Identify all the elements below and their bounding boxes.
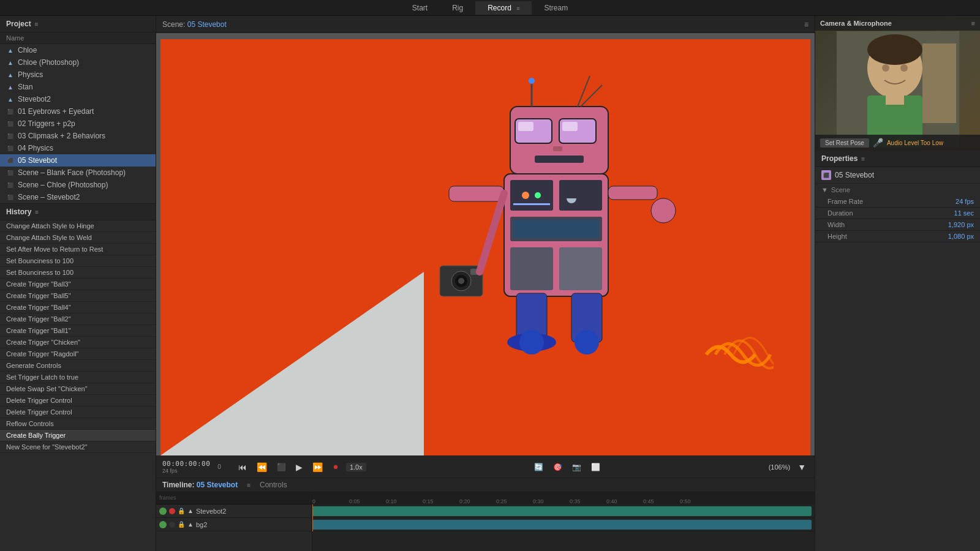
fullscreen-btn[interactable]: 📷 xyxy=(570,462,584,473)
loop-btn[interactable]: 🔄 xyxy=(532,462,546,473)
svg-line-29 xyxy=(480,193,504,272)
track-labels-container: 🔒▲Stevebot2🔒▲bg2 xyxy=(156,504,312,531)
track-name-1: bg2 xyxy=(196,521,207,528)
history-item[interactable]: New Scene for "Stevebot2" xyxy=(0,441,156,453)
frames-label: frames xyxy=(156,492,312,504)
track-visibility-icon-1[interactable] xyxy=(159,521,167,528)
prop-label: Frame Rate xyxy=(827,198,956,205)
history-item[interactable]: Create Trigger "Ball1" xyxy=(0,325,156,337)
history-item[interactable]: Change Attach Style to Weld xyxy=(0,232,156,244)
track-name-0: Stevebot2 xyxy=(196,508,227,515)
time-display: 00:00:00:00 xyxy=(162,460,210,468)
properties-title: Properties xyxy=(821,154,858,163)
timeline-menu-icon[interactable]: ≡ xyxy=(247,482,251,489)
timeline-area: Timeline: 05 Stevebot ≡ Controls frames … xyxy=(156,478,815,551)
timeline-title: Timeline: 05 Stevebot xyxy=(162,481,238,489)
zoom-dropdown-btn[interactable]: ▼ xyxy=(795,461,809,473)
tab-stream[interactable]: Stream xyxy=(532,1,580,15)
sync-btn[interactable]: 🎯 xyxy=(551,462,565,473)
history-title: History xyxy=(6,208,31,216)
puppet-name-row: ⬛ 05 Stevebot xyxy=(815,167,980,184)
history-item[interactable]: Set Trigger Latch to true xyxy=(0,372,156,383)
project-item-scene-03[interactable]: 03 Clipmask + 2 Behaviors xyxy=(0,130,156,142)
top-nav: Start Rig Record ≡ Stream xyxy=(0,0,980,16)
svg-rect-1 xyxy=(510,180,553,211)
history-item[interactable]: Create Trigger "Chicken" xyxy=(0,337,156,348)
svg-rect-4 xyxy=(510,247,553,290)
project-item-label: Stevebot2 xyxy=(18,95,51,103)
view-btn[interactable]: ⬜ xyxy=(589,462,603,473)
project-item-scene-02[interactable]: 02 Triggers + p2p xyxy=(0,118,156,130)
history-item[interactable]: Set Bounciness to 100 xyxy=(0,267,156,279)
history-item[interactable]: Create Trigger "Ball3" xyxy=(0,279,156,290)
props-rows-container: Frame Rate24 fpsDuration11 secWidth1,920… xyxy=(815,196,980,242)
svg-rect-42 xyxy=(886,92,904,105)
rest-pose-btn[interactable]: Set Rest Pose xyxy=(820,138,869,148)
svg-rect-16 xyxy=(562,122,578,131)
history-item[interactable]: Create Trigger "Ragdoll" xyxy=(0,348,156,360)
track-label-cell-0: 🔒▲Stevebot2 xyxy=(156,508,312,515)
project-menu-icon[interactable]: ≡ xyxy=(35,21,39,28)
svg-point-43 xyxy=(867,34,922,65)
history-items-container: Change Attach Style to HingeChange Attac… xyxy=(0,220,156,453)
project-item-stan[interactable]: Stan xyxy=(0,81,156,93)
person-icon xyxy=(6,58,15,67)
tab-start[interactable]: Start xyxy=(400,1,440,15)
track-visibility-icon-0[interactable] xyxy=(159,508,167,515)
project-item-physics[interactable]: Physics xyxy=(0,69,156,81)
controls-tab[interactable]: Controls xyxy=(260,481,287,489)
scene-section-divider[interactable]: ▼ Scene xyxy=(815,184,980,196)
step-back-btn[interactable]: ⏪ xyxy=(254,461,270,473)
history-item[interactable]: Reflow Controls xyxy=(0,418,156,430)
track-record-icon-0[interactable] xyxy=(169,508,175,514)
project-item-chloe[interactable]: Chloe xyxy=(0,44,156,56)
play-btn[interactable]: ▶ xyxy=(293,461,305,473)
stop-btn[interactable]: ⬛ xyxy=(274,462,288,473)
scene-icon xyxy=(6,107,15,116)
project-item-scene-04[interactable]: 04 Physics xyxy=(0,142,156,154)
history-item[interactable]: Create Trigger "Ball2" xyxy=(0,313,156,325)
person-icon xyxy=(6,46,15,54)
prop-row: Frame Rate24 fps xyxy=(815,196,980,208)
tab-rig[interactable]: Rig xyxy=(440,1,475,15)
project-item-stevebot2[interactable]: Stevebot2 xyxy=(0,93,156,105)
project-item-scene-blank[interactable]: Scene – Blank Face (Photoshop) xyxy=(0,167,156,179)
step-forward-btn[interactable]: ⏩ xyxy=(310,461,325,473)
history-item[interactable]: Create Trigger "Ball5" xyxy=(0,290,156,302)
project-items-container: ChloeChloe (Photoshop)PhysicsStanStevebo… xyxy=(0,44,156,203)
history-item[interactable]: Delete Swap Set "Chicken" xyxy=(0,383,156,395)
svg-point-36 xyxy=(575,330,599,354)
svg-point-45 xyxy=(900,64,908,72)
history-item[interactable]: Change Attach Style to Hinge xyxy=(0,220,156,232)
project-item-scene-05[interactable]: 05 Stevebot xyxy=(0,154,156,167)
record-btn[interactable]: ⏺ xyxy=(330,462,341,471)
collapse-arrow: ▼ xyxy=(821,186,828,193)
tab-record[interactable]: Record ≡ xyxy=(475,1,532,15)
track-record-icon-1[interactable] xyxy=(169,522,175,528)
camera-controls-bar: Set Rest Pose 🎤 Audio Level Too Low xyxy=(815,135,980,151)
mic-icon[interactable]: 🎤 xyxy=(873,138,883,148)
history-item[interactable]: Set After Move to Return to Rest xyxy=(0,244,156,255)
history-item[interactable]: Generate Controls xyxy=(0,360,156,372)
frame-number: 0 xyxy=(217,463,221,470)
project-item-scene-stevebot[interactable]: Scene – Stevebot2 xyxy=(0,191,156,203)
puppet-icon: ⬛ xyxy=(821,170,831,180)
project-item-label: 02 Triggers + p2p xyxy=(18,119,75,128)
project-item-scene-01[interactable]: 01 Eyebrows + Eyedart xyxy=(0,105,156,118)
camera-menu-icon[interactable]: ≡ xyxy=(971,20,975,27)
history-item[interactable]: Create Trigger "Ball4" xyxy=(0,302,156,313)
scene-menu-icon[interactable]: ≡ xyxy=(804,20,809,29)
history-item[interactable]: Create Bally Trigger xyxy=(0,430,156,441)
project-item-scene-chloe[interactable]: Scene – Chloe (Photoshop) xyxy=(0,179,156,191)
history-menu-icon[interactable]: ≡ xyxy=(35,209,39,216)
project-item-chloe-ps[interactable]: Chloe (Photoshop) xyxy=(0,56,156,69)
go-to-start-btn[interactable]: ⏮ xyxy=(236,461,249,473)
history-item[interactable]: Delete Trigger Control xyxy=(0,407,156,418)
robot-container xyxy=(437,51,682,358)
history-item[interactable]: Set Bounciness to 100 xyxy=(0,255,156,267)
main-layout: Project ≡ Name ChloeChloe (Photoshop)Phy… xyxy=(0,16,980,551)
properties-panel: Properties ≡ ⬛ 05 Stevebot ▼ Scene Frame… xyxy=(815,151,980,551)
properties-menu-icon[interactable]: ≡ xyxy=(861,156,865,162)
person-icon xyxy=(6,83,15,91)
history-item[interactable]: Delete Trigger Control xyxy=(0,395,156,407)
